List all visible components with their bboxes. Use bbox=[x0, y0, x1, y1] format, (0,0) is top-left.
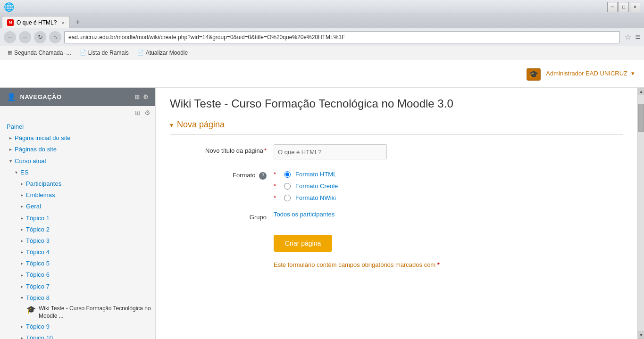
form-footer: Este formulário contém campos obrigatóri… bbox=[274, 261, 623, 268]
person-icon: 👤 bbox=[7, 92, 17, 101]
url-bar[interactable]: ead.unicruz.edu.br/moodle/mod/wiki/creat… bbox=[64, 31, 620, 43]
scroll-thumb[interactable] bbox=[638, 104, 644, 132]
maximize-button[interactable]: □ bbox=[619, 2, 629, 12]
svg-text:🎓: 🎓 bbox=[529, 69, 539, 79]
format-nwiki-radio[interactable] bbox=[284, 195, 291, 201]
page-title: Wiki Teste - Curso Formação Tecnológica … bbox=[170, 97, 623, 110]
sidebar-item-topico9[interactable]: ▸ Tópico 9 bbox=[0, 321, 155, 332]
new-tab-button[interactable]: + bbox=[72, 16, 84, 28]
browser-menu-button[interactable]: ≡ bbox=[635, 32, 640, 42]
topico10-label: Tópico 10 bbox=[26, 334, 53, 339]
home-button[interactable]: ⌂ bbox=[49, 31, 61, 43]
browser-logo-icon: 🌐 bbox=[4, 2, 14, 12]
form-row-title: Novo título da página* bbox=[170, 144, 623, 159]
sidebar-item-es[interactable]: ▾ ES bbox=[0, 167, 155, 178]
format-html-required: * bbox=[274, 171, 279, 178]
format-creole-radio[interactable] bbox=[284, 183, 291, 190]
sidebar-item-wiki[interactable]: 🎓 Wiki Teste - Curso Formação Tecnológic… bbox=[0, 304, 155, 321]
footer-required-marker: * bbox=[437, 261, 440, 268]
arrow-icon: ▸ bbox=[21, 260, 23, 267]
user-dropdown-arrow-icon[interactable]: ▾ bbox=[631, 70, 635, 77]
nav-title: NAVEGAÇÃO bbox=[20, 93, 62, 100]
scroll-down-button[interactable]: ▼ bbox=[638, 331, 644, 339]
section-header: ▾ Nova página bbox=[170, 120, 623, 135]
moodle-header: 🎓 Administrador EAD UNICRUZ ▾ bbox=[0, 59, 644, 88]
sidebar-item-topico5[interactable]: ▸ Tópico 5 bbox=[0, 258, 155, 269]
back-button[interactable]: ← bbox=[4, 31, 16, 43]
criar-pagina-button[interactable]: Criar página bbox=[274, 235, 332, 252]
sidebar-item-topico7[interactable]: ▸ Tópico 7 bbox=[0, 281, 155, 292]
group-field-label: Grupo bbox=[170, 211, 274, 221]
topico6-label: Tópico 6 bbox=[26, 271, 50, 279]
bookmark-segunda-chamada-label: Segunda Chamada -... bbox=[14, 50, 71, 56]
main-page: 🎓 Administrador EAD UNICRUZ ▾ 👤 NAVEGAÇÃ… bbox=[0, 59, 644, 339]
sidebar-item-curso-atual[interactable]: ▾ Curso atual bbox=[0, 156, 155, 167]
participantes-label: Participantes bbox=[26, 180, 61, 188]
sidebar-item-topico6[interactable]: ▸ Tópico 6 bbox=[0, 269, 155, 281]
tab-close-button[interactable]: × bbox=[61, 20, 64, 25]
sidebar-item-topico10[interactable]: ▸ Tópico 10 bbox=[0, 332, 155, 339]
arrow-icon: ▸ bbox=[21, 249, 23, 256]
nav-tool-settings-icon[interactable]: ⚙ bbox=[143, 93, 149, 100]
sidebar-item-paginas-site[interactable]: ▸ Páginas do site bbox=[0, 144, 155, 155]
sidebar-item-topico8[interactable]: ▾ Tópico 8 bbox=[0, 292, 155, 304]
scroll-up-button[interactable]: ▲ bbox=[638, 88, 644, 95]
nav-controls: ⊞ ⚙ bbox=[0, 106, 155, 119]
nav-tool-layout-icon[interactable]: ⊞ bbox=[134, 93, 140, 100]
title-bar: 🌐 ─ □ × bbox=[0, 0, 644, 14]
bookmark-lista-ramais-label: Lista de Ramais bbox=[88, 50, 129, 56]
topico7-label: Tópico 7 bbox=[26, 282, 50, 291]
nav-settings-icon[interactable]: ⚙ bbox=[144, 109, 151, 116]
format-html-label[interactable]: Formato HTML bbox=[295, 171, 336, 178]
close-button[interactable]: × bbox=[630, 2, 640, 12]
title-input[interactable] bbox=[274, 144, 387, 159]
sidebar-item-topico3[interactable]: ▸ Tópico 3 bbox=[0, 235, 155, 247]
format-nwiki-required: * bbox=[274, 194, 279, 201]
active-tab[interactable]: M O que é HTML? × bbox=[2, 16, 70, 28]
emblemas-label: Emblemas bbox=[26, 191, 55, 199]
sidebar-item-topico4[interactable]: ▸ Tópico 4 bbox=[0, 247, 155, 258]
sidebar-item-geral[interactable]: ▸ Geral bbox=[0, 201, 155, 212]
refresh-button[interactable]: ↻ bbox=[34, 31, 46, 43]
format-html-radio[interactable] bbox=[284, 171, 291, 178]
footer-text: Este formulário contém campos obrigatóri… bbox=[274, 261, 435, 268]
topico8-label: Tópico 8 bbox=[26, 294, 50, 302]
format-nwiki-label[interactable]: Formato NWiki bbox=[295, 194, 336, 201]
sidebar-item-painel[interactable]: Painel bbox=[0, 121, 155, 132]
pagina-inicial-label: Página inicial do site bbox=[15, 134, 71, 142]
nova-pagina-form: Novo título da página* Formato ? bbox=[170, 144, 623, 221]
bookmark-lista-ramais[interactable]: 📄 Lista de Ramais bbox=[76, 48, 133, 58]
bookmark-star-icon[interactable]: ☆ bbox=[625, 33, 631, 41]
sidebar-item-pagina-inicial[interactable]: ▸ Página inicial do site bbox=[0, 132, 155, 144]
section-title: Nova página bbox=[177, 120, 225, 130]
user-info: 🎓 Administrador EAD UNICRUZ ▾ bbox=[525, 65, 635, 82]
form-row-group: Grupo Todos os participantes bbox=[170, 211, 623, 221]
bookmark-atualizar-moodle[interactable]: 📄 Atualizar Moodle bbox=[134, 48, 192, 58]
topico2-label: Tópico 2 bbox=[26, 225, 50, 234]
topico9-label: Tópico 9 bbox=[26, 322, 50, 331]
arrow-icon: ▸ bbox=[21, 335, 23, 339]
format-help-icon[interactable]: ? bbox=[259, 172, 267, 180]
forward-button[interactable]: → bbox=[19, 31, 31, 43]
arrow-icon: ▸ bbox=[21, 323, 23, 330]
bookmark-segunda-chamada[interactable]: ▦ Segunda Chamada -... bbox=[4, 48, 75, 58]
sidebar-item-participantes[interactable]: ▸ Participantes bbox=[0, 178, 155, 190]
format-creole-label[interactable]: Formato Creole bbox=[295, 182, 338, 190]
geral-label: Geral bbox=[26, 202, 41, 211]
topico4-label: Tópico 4 bbox=[26, 248, 50, 256]
minimize-button[interactable]: ─ bbox=[607, 2, 618, 12]
es-label: ES bbox=[20, 168, 28, 177]
group-field-control: Todos os participantes bbox=[274, 211, 623, 218]
sidebar-item-emblemas[interactable]: ▸ Emblemas bbox=[0, 190, 155, 201]
nav-collapse-icon[interactable]: ⊞ bbox=[135, 109, 141, 116]
bookmark-atualizar-moodle-label: Atualizar Moodle bbox=[146, 50, 188, 56]
moodle-body: 👤 NAVEGAÇÃO ⊞ ⚙ ⊞ ⚙ P bbox=[0, 88, 644, 339]
curso-atual-label: Curso atual bbox=[15, 157, 46, 165]
scroll-track bbox=[638, 132, 644, 331]
sidebar-item-topico2[interactable]: ▸ Tópico 2 bbox=[0, 224, 155, 235]
section-collapse-icon[interactable]: ▾ bbox=[170, 121, 173, 129]
topico5-label: Tópico 5 bbox=[26, 259, 50, 268]
format-creole-required: * bbox=[274, 182, 279, 190]
arrow-icon: ▸ bbox=[21, 215, 23, 222]
sidebar-item-topico1[interactable]: ▸ Tópico 1 bbox=[0, 213, 155, 224]
